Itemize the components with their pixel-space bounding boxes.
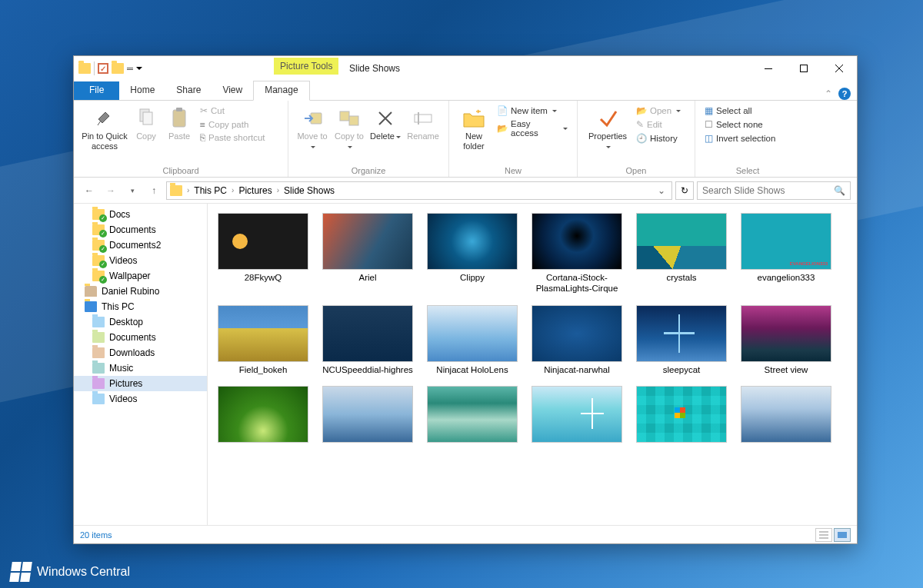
nav-item[interactable]: Pictures <box>74 376 207 391</box>
nav-item[interactable]: Wallpaper <box>74 268 207 284</box>
thumbnail-image <box>322 213 413 270</box>
ribbon-group-open: Properties 📂Open ✎Edit 🕘History Open <box>578 101 695 177</box>
tab-home[interactable]: Home <box>119 81 165 100</box>
cut-button[interactable]: ✂Cut <box>197 104 282 118</box>
pin-to-quick-access-button[interactable]: Pin to Quick access <box>80 102 129 154</box>
thumbnails-view-button[interactable] <box>834 528 851 542</box>
address-bar[interactable]: › This PC › Pictures › Slide Shows ⌄ <box>166 181 672 200</box>
chevron-down-icon[interactable] <box>136 67 142 70</box>
help-icon[interactable]: ? <box>838 88 851 100</box>
file-thumbnail[interactable] <box>318 386 417 445</box>
file-thumbnail[interactable]: Ninjacat-narwhal <box>528 305 626 375</box>
file-thumbnail[interactable]: crystals <box>632 213 731 294</box>
content-pane[interactable]: 28FkywQArielClippyCortana-iStock-PlasmaL… <box>208 204 857 525</box>
file-thumbnail[interactable] <box>737 386 835 445</box>
thumbnail-image <box>218 386 308 443</box>
tab-file[interactable]: File <box>74 81 119 100</box>
nav-item[interactable]: Videos <box>74 391 207 407</box>
up-button[interactable]: ↑ <box>145 181 163 200</box>
details-view-button[interactable] <box>815 528 832 542</box>
file-thumbnail[interactable]: Field_bokeh <box>214 305 312 375</box>
folder-icon <box>170 185 182 196</box>
nav-item[interactable]: Daniel Rubino <box>74 284 207 299</box>
file-thumbnail[interactable]: Ninjacat HoloLens <box>423 305 521 375</box>
minimize-button[interactable] <box>751 56 786 81</box>
file-thumbnail[interactable] <box>528 386 626 445</box>
file-thumbnail[interactable] <box>214 386 312 445</box>
nav-item[interactable]: Documents <box>74 330 207 345</box>
file-thumbnail[interactable] <box>423 386 521 445</box>
breadcrumb-item[interactable]: Slide Shows <box>282 185 336 196</box>
chevron-right-icon[interactable]: › <box>275 186 281 194</box>
folder-icon <box>92 317 105 327</box>
refresh-button[interactable]: ↻ <box>675 181 694 200</box>
back-button[interactable]: ← <box>80 181 98 200</box>
search-icon[interactable]: 🔍 <box>834 185 845 196</box>
tab-view[interactable]: View <box>212 81 253 100</box>
invert-selection-button[interactable]: ◫Invert selection <box>701 131 794 145</box>
file-thumbnail[interactable]: Street view <box>737 305 835 375</box>
tab-share[interactable]: Share <box>165 81 212 100</box>
search-input[interactable] <box>702 185 834 196</box>
nav-item[interactable]: Music <box>74 360 207 376</box>
tab-manage[interactable]: Manage <box>253 81 309 101</box>
chevron-right-icon[interactable]: › <box>230 186 235 194</box>
file-thumbnail[interactable]: sleepycat <box>632 305 731 375</box>
history-button[interactable]: 🕘History <box>633 131 688 145</box>
navigation-pane[interactable]: DocsDocumentsDocuments2VideosWallpaperDa… <box>74 204 208 525</box>
nav-item[interactable]: This PC <box>74 299 207 314</box>
collapse-ribbon-icon[interactable]: ⌃ <box>825 88 832 99</box>
file-thumbnail[interactable]: Cortana-iStock-PlasmaLights-Cirque <box>528 213 626 294</box>
close-button[interactable] <box>821 56 857 81</box>
nav-item[interactable]: Docs <box>74 207 207 222</box>
new-folder-button[interactable]: New folder <box>455 102 492 154</box>
file-thumbnail[interactable]: evangelion333 <box>737 213 835 294</box>
folder-icon[interactable] <box>112 63 124 74</box>
forward-button[interactable]: → <box>102 181 120 200</box>
new-item-button[interactable]: 📄New item <box>494 104 571 118</box>
select-none-icon: ☐ <box>705 119 713 130</box>
edit-button[interactable]: ✎Edit <box>633 118 688 131</box>
chevron-down-icon[interactable]: ⌄ <box>655 185 668 196</box>
nav-item[interactable]: Videos <box>74 253 207 268</box>
nav-item[interactable]: Downloads <box>74 345 207 360</box>
nav-item[interactable]: Desktop <box>74 314 207 330</box>
delete-button[interactable]: Delete <box>368 102 402 145</box>
folder-icon <box>85 286 97 297</box>
move-to-button[interactable]: Move to <box>295 102 330 154</box>
thumbnail-label: Clippy <box>460 272 485 283</box>
copy-path-button[interactable]: ≡Copy path <box>197 118 282 131</box>
nav-item[interactable]: Documents <box>74 222 207 238</box>
breadcrumb-item[interactable]: Pictures <box>237 185 273 196</box>
recent-button[interactable]: ▾ <box>123 181 142 200</box>
address-bar-row: ← → ▾ ↑ › This PC › Pictures › Slide Sho… <box>74 178 857 204</box>
watermark-text: Windows Central <box>37 565 130 579</box>
rename-button[interactable]: Rename <box>404 102 442 145</box>
search-box[interactable]: 🔍 <box>697 181 851 200</box>
copy-to-button[interactable]: Copy to <box>332 102 367 154</box>
select-none-button[interactable]: ☐Select none <box>701 118 794 131</box>
nav-item-label: Documents <box>109 224 156 235</box>
folder-icon[interactable] <box>78 63 91 74</box>
select-all-button[interactable]: ▦Select all <box>701 104 794 118</box>
ribbon: Pin to Quick access Copy Paste ✂Cut ≡Cop… <box>74 101 857 178</box>
breadcrumb-item[interactable]: This PC <box>192 185 228 196</box>
paste-shortcut-button[interactable]: ⎘Paste shortcut <box>197 131 282 144</box>
open-button[interactable]: 📂Open <box>633 104 688 118</box>
copy-button[interactable]: Copy <box>131 102 162 145</box>
paste-button[interactable]: Paste <box>163 102 195 145</box>
properties-button[interactable]: Properties <box>584 102 631 154</box>
nav-item[interactable]: Documents2 <box>74 238 207 253</box>
file-thumbnail[interactable] <box>632 386 731 445</box>
file-thumbnail[interactable]: Ariel <box>318 213 417 294</box>
thumbnail-label: Ninjacat HoloLens <box>436 364 508 375</box>
nav-item-label: Daniel Rubino <box>102 286 159 297</box>
file-thumbnail[interactable]: 28FkywQ <box>214 213 312 294</box>
maximize-button[interactable] <box>786 56 821 81</box>
file-thumbnail[interactable]: Clippy <box>423 213 521 294</box>
file-thumbnail[interactable]: NCUSpeeddial-highres <box>318 305 417 375</box>
nav-item-label: Downloads <box>109 347 155 358</box>
chevron-right-icon[interactable]: › <box>185 186 191 194</box>
easy-access-button[interactable]: 📂Easy access <box>494 118 571 139</box>
properties-icon[interactable] <box>98 63 108 74</box>
